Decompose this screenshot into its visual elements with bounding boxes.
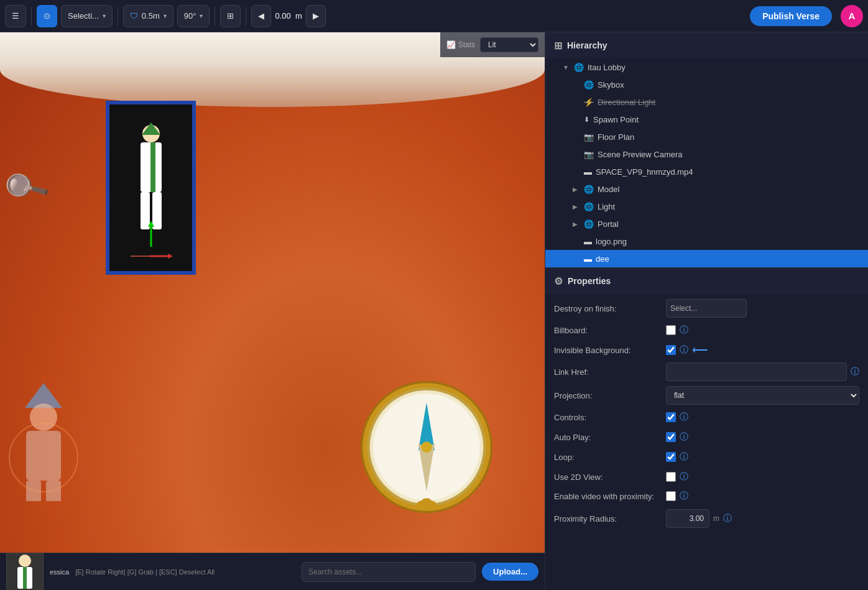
prop-auto-play: Auto Play: ⓘ bbox=[545, 427, 868, 447]
selection-button[interactable]: Selecti... ▾ bbox=[61, 5, 113, 27]
label-invisible-bg: Invisible Background: bbox=[554, 346, 660, 355]
control-projection: flat 360 180 bbox=[666, 386, 859, 405]
globe-icon-itau: 🌐 bbox=[574, 63, 584, 72]
snap-button[interactable]: 🛡 0.5m ▾ bbox=[123, 5, 173, 27]
auto-play-info-icon[interactable]: ⓘ bbox=[680, 431, 688, 443]
enable-video-proximity-info-icon[interactable]: ⓘ bbox=[680, 491, 688, 502]
billboard-checkbox[interactable] bbox=[666, 325, 676, 335]
svg-point-26 bbox=[19, 555, 31, 567]
properties-title: Properties bbox=[568, 276, 611, 286]
link-href-info-icon[interactable]: ⓘ bbox=[851, 366, 859, 377]
selection-dropdown-arrow: ▾ bbox=[103, 12, 106, 19]
control-proximity-radius: m ⓘ bbox=[666, 509, 859, 528]
hierarchy-item-dee[interactable]: ▬ dee bbox=[545, 250, 868, 267]
prop-enable-video-proximity: Enable video with proximity: ⓘ bbox=[545, 487, 868, 507]
angle-button[interactable]: 90° ▾ bbox=[177, 5, 210, 27]
auto-play-checkbox[interactable] bbox=[666, 432, 676, 442]
label-enable-video-proximity: Enable video with proximity: bbox=[554, 491, 660, 501]
position-value: 0.00 m bbox=[275, 11, 302, 21]
item-label-portal: Portal bbox=[598, 219, 619, 229]
search-assets-input[interactable] bbox=[302, 562, 476, 582]
destroy-on-finish-input[interactable] bbox=[666, 299, 747, 318]
hierarchy-item-itau-lobby[interactable]: ▼ 🌐 Itau Lobby bbox=[545, 58, 868, 76]
main-area: 🔍 bbox=[0, 32, 868, 590]
use-2d-view-checkbox[interactable] bbox=[666, 472, 676, 482]
compass bbox=[358, 379, 495, 515]
shortcut-text: [E] Rotate Right| [G] Grab | [ESC] Desel… bbox=[75, 568, 215, 576]
label-projection: Projection: bbox=[554, 391, 660, 400]
projection-select[interactable]: flat 360 180 bbox=[666, 386, 859, 405]
hierarchy-item-space-video[interactable]: ▬ SPACE_VP9_hnmzyd.mp4 bbox=[545, 163, 868, 180]
controls-checkbox[interactable] bbox=[666, 412, 676, 422]
hierarchy-item-logo[interactable]: ▬ logo.png bbox=[545, 233, 868, 250]
prop-projection: Projection: flat 360 180 bbox=[545, 384, 868, 407]
image-icon-logo: ▬ bbox=[584, 237, 592, 246]
invisible-bg-checkbox[interactable] bbox=[666, 345, 676, 355]
control-destroy bbox=[666, 299, 859, 318]
item-label-floor-plan: Floor Plan bbox=[598, 132, 634, 142]
loop-checkbox[interactable] bbox=[666, 452, 676, 462]
globe-icon-light: 🌐 bbox=[584, 202, 594, 211]
controls-info-icon[interactable]: ⓘ bbox=[680, 412, 688, 423]
label-auto-play: Auto Play: bbox=[554, 433, 660, 442]
properties-scroll[interactable]: Destroy on finish: Billboard: ⓘ Invisibl… bbox=[545, 294, 868, 590]
prop-billboard: Billboard: ⓘ bbox=[545, 320, 868, 340]
item-label-itau-lobby: Itau Lobby bbox=[588, 63, 626, 72]
hierarchy-item-skybox[interactable]: 🌐 Skybox bbox=[545, 76, 868, 93]
angle-label: 90° bbox=[184, 11, 196, 21]
hierarchy-item-floor-plan[interactable]: 📷 Floor Plan bbox=[545, 128, 868, 145]
hierarchy-item-spawn-point[interactable]: ⬇ Spawn Point bbox=[545, 111, 868, 128]
hierarchy-section: ⊞ Hierarchy ▼ 🌐 Itau Lobby 🌐 Skybox ⚡ Di… bbox=[545, 32, 868, 268]
menu-button[interactable]: ☰ bbox=[5, 5, 26, 27]
control-loop: ⓘ bbox=[666, 451, 859, 463]
avatar-button[interactable]: A bbox=[841, 5, 863, 27]
lit-select[interactable]: Lit Unlit Wireframe bbox=[480, 37, 538, 52]
link-href-input[interactable] bbox=[666, 362, 847, 381]
grid-icon: ⊞ bbox=[227, 11, 234, 21]
expand-icon-model: ▶ bbox=[573, 186, 580, 193]
viewport[interactable]: 🔍 bbox=[0, 32, 545, 590]
proximity-radius-input[interactable] bbox=[666, 509, 709, 528]
upload-button[interactable]: Upload... bbox=[482, 563, 538, 581]
globe-icon-skybox: 🌐 bbox=[584, 80, 594, 90]
angle-dropdown-arrow: ▾ bbox=[200, 12, 203, 19]
separator-2 bbox=[118, 7, 118, 25]
prop-link-href: Link Href: ⓘ bbox=[545, 360, 868, 384]
proximity-radius-info-icon[interactable]: ⓘ bbox=[723, 513, 732, 524]
hierarchy-item-portal[interactable]: ▶ 🌐 Portal bbox=[545, 215, 868, 233]
hierarchy-item-directional-light[interactable]: ⚡ Directional Light bbox=[545, 93, 868, 111]
use-2d-view-info-icon[interactable]: ⓘ bbox=[680, 471, 688, 482]
position-left-button[interactable]: ◀ bbox=[251, 5, 271, 27]
grid-button[interactable]: ⊞ bbox=[220, 5, 241, 27]
publish-button[interactable]: Publish Verse bbox=[750, 6, 832, 26]
stats-chart-icon: 📈 bbox=[446, 40, 456, 49]
hierarchy-icon: ⊞ bbox=[554, 40, 562, 52]
camera-icon-scene: 📷 bbox=[584, 150, 594, 159]
hierarchy-title: Hierarchy bbox=[567, 40, 607, 50]
stats-button[interactable]: 📈 Stats bbox=[446, 40, 475, 49]
expand-icon-light: ▶ bbox=[573, 203, 580, 210]
control-use-2d-view: ⓘ bbox=[666, 471, 859, 482]
enable-video-proximity-checkbox[interactable] bbox=[666, 491, 676, 501]
item-label-logo: logo.png bbox=[596, 237, 627, 246]
prop-controls: Controls: ⓘ bbox=[545, 407, 868, 427]
properties-section: ⚙ Properties Destroy on finish: Billboar… bbox=[545, 268, 868, 590]
label-link-href: Link Href: bbox=[554, 367, 660, 377]
invisible-bg-arrow-icon: ⟵ bbox=[692, 343, 708, 357]
invisible-bg-info-icon[interactable]: ⓘ bbox=[680, 344, 688, 356]
viewport-canvas: 🔍 bbox=[0, 32, 545, 553]
hierarchy-item-scene-camera[interactable]: 📷 Scene Preview Camera bbox=[545, 145, 868, 163]
position-right-button[interactable]: ▶ bbox=[306, 5, 326, 27]
billboard-info-icon[interactable]: ⓘ bbox=[680, 325, 688, 336]
prop-proximity-radius: Proximity Radius: m ⓘ bbox=[545, 507, 868, 530]
hierarchy-item-model[interactable]: ▶ 🌐 Model bbox=[545, 180, 868, 198]
viewport-topbar: 📈 Stats Lit Unlit Wireframe bbox=[440, 32, 545, 57]
label-proximity-radius: Proximity Radius: bbox=[554, 514, 660, 523]
selection-label: Selecti... bbox=[68, 11, 99, 21]
shield-icon: 🛡 bbox=[130, 11, 138, 21]
control-billboard: ⓘ bbox=[666, 325, 859, 336]
loop-info-icon[interactable]: ⓘ bbox=[680, 451, 688, 463]
control-controls: ⓘ bbox=[666, 412, 859, 423]
target-button[interactable]: ⊙ bbox=[37, 5, 57, 27]
hierarchy-item-light[interactable]: ▶ 🌐 Light bbox=[545, 198, 868, 215]
